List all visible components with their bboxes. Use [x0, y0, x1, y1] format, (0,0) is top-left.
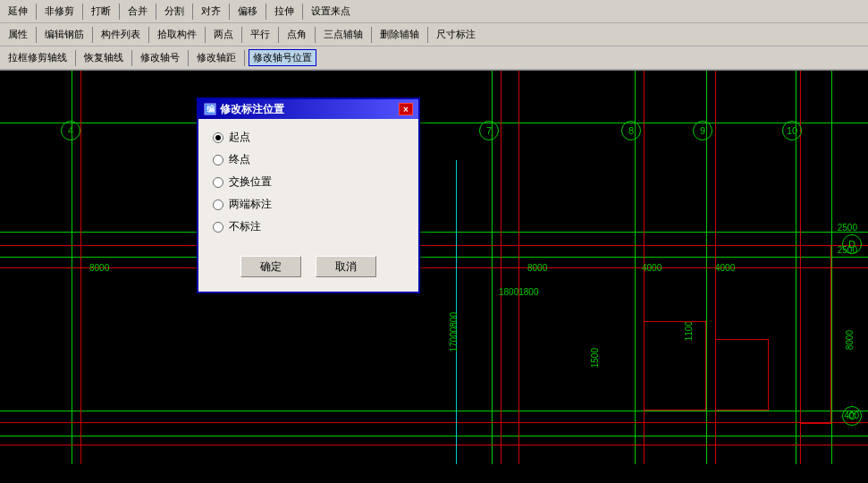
- cancel-button[interactable]: 取消: [316, 256, 376, 277]
- dim-2500-top: 2500: [838, 223, 857, 233]
- radio-swap[interactable]: 交换位置: [213, 174, 404, 190]
- radio-end[interactable]: 终点: [213, 152, 404, 167]
- modify-axis-pos-btn[interactable]: 修改轴号位置: [249, 49, 316, 66]
- align-btn[interactable]: 对齐: [197, 3, 225, 20]
- dim-4000-1: 4000: [642, 263, 662, 273]
- angle-btn[interactable]: 点角: [282, 26, 311, 43]
- delete-aux-btn[interactable]: 删除辅轴: [375, 26, 424, 43]
- sep4: [156, 4, 156, 20]
- sep18: [75, 50, 76, 66]
- offset-btn[interactable]: 偏移: [233, 3, 262, 20]
- sep10: [92, 27, 93, 43]
- dim-8000-v: 8000: [845, 330, 855, 350]
- sep5: [192, 4, 193, 20]
- radio-start[interactable]: 起点: [213, 130, 404, 145]
- axis-circle-7: 7: [479, 121, 499, 140]
- sep16: [371, 27, 372, 43]
- radio-swap-label: 交换位置: [229, 174, 272, 190]
- sep9: [36, 27, 37, 43]
- dialog-titlebar[interactable]: 编 修改标注位置 ×: [198, 99, 418, 119]
- pick-component-btn[interactable]: 拾取构件: [153, 26, 201, 43]
- dim-400: 400: [844, 411, 859, 420]
- threepoint-btn[interactable]: 三点辅轴: [319, 26, 367, 43]
- red-rect-2: [715, 339, 769, 411]
- dim-1500: 1500: [590, 348, 600, 368]
- dimension-btn[interactable]: 尺寸标注: [432, 26, 480, 43]
- sep13: [241, 27, 242, 43]
- component-list-btn[interactable]: 构件列表: [97, 26, 145, 43]
- sep7: [265, 4, 266, 20]
- red-h-1: [0, 245, 868, 246]
- grid-h-1: [0, 123, 868, 123]
- extend-btn[interactable]: 延伸: [4, 3, 32, 20]
- dim-4000-2: 4000: [715, 263, 735, 273]
- dim-8000-right: 8000: [527, 263, 547, 273]
- sep2: [82, 4, 83, 20]
- sep21: [244, 50, 245, 66]
- toolbar-row-3: 拉框修剪轴线 恢复轴线 修改轴号 修改轴距 修改轴号位置: [0, 47, 868, 70]
- dim-17000800: 17000800: [449, 312, 459, 352]
- toolbar-row-2: 属性 编辑钢筋 构件列表 拾取构件 两点 平行 点角 三点辅轴: [0, 23, 868, 47]
- split-btn[interactable]: 分割: [160, 3, 189, 20]
- dialog-title-left: 编 修改标注位置: [204, 102, 284, 117]
- svg-text:编: 编: [206, 105, 215, 114]
- dim-2500-bot: 2500: [838, 245, 857, 255]
- red-v-3: [518, 71, 519, 464]
- stretch-btn[interactable]: 拉伸: [270, 3, 299, 20]
- red-v-2: [501, 71, 501, 464]
- sep12: [205, 27, 206, 43]
- ok-button[interactable]: 确定: [240, 256, 301, 277]
- box-trim-btn[interactable]: 拉框修剪轴线: [4, 49, 72, 66]
- red-h-3: [0, 422, 868, 423]
- grid-h-2: [0, 232, 868, 233]
- radio-swap-input[interactable]: [213, 177, 223, 188]
- setpoint-btn[interactable]: 设置来点: [307, 3, 355, 20]
- dim-18001800: 18001800: [499, 287, 539, 297]
- radio-end-input[interactable]: [213, 155, 223, 165]
- dialog-title-text: 修改标注位置: [220, 102, 284, 117]
- red-h-4: [0, 445, 868, 445]
- dialog-close-button[interactable]: ×: [399, 103, 413, 115]
- modify-position-dialog[interactable]: 编 修改标注位置 × 起点: [197, 97, 420, 293]
- red-rect-1: [644, 321, 706, 411]
- edit-rebar-btn[interactable]: 编辑钢筋: [40, 26, 88, 43]
- radio-both-input[interactable]: [213, 199, 223, 210]
- axis-circle-4: 4: [61, 121, 80, 140]
- dialog-body: 起点 终点 交换位置 两端标注: [198, 119, 418, 292]
- parallel-btn[interactable]: 平行: [246, 26, 274, 43]
- radio-group: 起点 终点 交换位置 两端标注: [213, 130, 404, 234]
- toolbar-container: 延伸 非修剪 打断 合并 分割 对齐 偏移 拉伸 设置来点: [0, 0, 868, 71]
- sep20: [188, 50, 189, 66]
- attr-btn[interactable]: 属性: [4, 26, 32, 43]
- axis-circle-8: 8: [621, 121, 641, 140]
- radio-both[interactable]: 两端标注: [213, 197, 404, 212]
- sep3: [119, 4, 120, 20]
- radio-none[interactable]: 不标注: [213, 219, 404, 234]
- cad-drawing-area: 4 7 8 9 10 D C 8000 8000 4000 4000 18001…: [0, 71, 868, 464]
- toolbar-row-1: 延伸 非修剪 打断 合并 分割 对齐 偏移 拉伸 设置来点: [0, 0, 868, 23]
- radio-both-label: 两端标注: [229, 197, 272, 212]
- join-btn[interactable]: 合并: [123, 3, 152, 20]
- sep19: [131, 50, 132, 66]
- radio-start-input[interactable]: [213, 132, 223, 143]
- sep14: [278, 27, 279, 43]
- grid-h-5: [0, 436, 868, 436]
- restore-axis-btn[interactable]: 恢复轴线: [80, 49, 128, 66]
- axis-circle-10: 10: [782, 121, 802, 140]
- radio-none-label: 不标注: [229, 219, 261, 234]
- modify-axis-num-btn[interactable]: 修改轴号: [136, 49, 184, 66]
- grid-h-3: [0, 257, 868, 258]
- sep15: [315, 27, 316, 43]
- radio-none-input[interactable]: [213, 222, 223, 233]
- red-h-2: [0, 267, 868, 268]
- sep11: [148, 27, 149, 43]
- modify-axis-dist-btn[interactable]: 修改轴距: [192, 49, 240, 66]
- sep6: [229, 4, 230, 20]
- break-btn[interactable]: 打断: [87, 3, 115, 20]
- red-v-1: [80, 71, 81, 464]
- trim-btn[interactable]: 非修剪: [40, 3, 79, 20]
- radio-start-label: 起点: [229, 130, 250, 145]
- twopoint-btn[interactable]: 两点: [209, 26, 238, 43]
- sep8: [302, 4, 303, 20]
- red-rect-3: [800, 245, 831, 424]
